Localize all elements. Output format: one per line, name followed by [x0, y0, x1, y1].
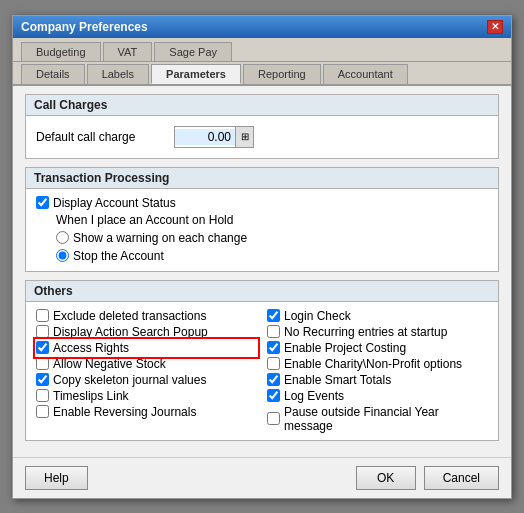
others-left-column: Exclude deleted transactions Display Act… — [36, 308, 257, 434]
display-account-status-row: Display Account Status — [36, 195, 488, 211]
allow-negative-stock-checkbox[interactable] — [36, 357, 49, 370]
call-charges-body: Default call charge ⊞ — [26, 116, 498, 158]
no-recurring-label: No Recurring entries at startup — [284, 325, 447, 339]
transaction-processing-header: Transaction Processing — [26, 168, 498, 189]
tab-details[interactable]: Details — [21, 64, 85, 84]
login-check-checkbox[interactable] — [267, 309, 280, 322]
call-charge-input[interactable] — [175, 129, 235, 145]
copy-skeleton-label: Copy skeleton journal values — [53, 373, 206, 387]
others-right-column: Login Check No Recurring entries at star… — [267, 308, 488, 434]
enable-charity-checkbox[interactable] — [267, 357, 280, 370]
copy-skeleton-row: Copy skeleton journal values — [36, 372, 257, 388]
top-tab-row: Budgeting VAT Sage Pay — [13, 38, 511, 62]
display-action-search-checkbox[interactable] — [36, 325, 49, 338]
others-header: Others — [26, 281, 498, 302]
main-content: Call Charges Default call charge ⊞ Trans… — [13, 86, 511, 457]
display-account-status-label: Display Account Status — [53, 196, 176, 210]
transaction-processing-body: Display Account Status When I place an A… — [26, 189, 498, 271]
ok-button[interactable]: OK — [356, 466, 416, 490]
no-recurring-row: No Recurring entries at startup — [267, 324, 488, 340]
allow-negative-stock-label: Allow Negative Stock — [53, 357, 166, 371]
company-preferences-window: Company Preferences ✕ Budgeting VAT Sage… — [12, 15, 512, 499]
enable-reversing-checkbox[interactable] — [36, 405, 49, 418]
enable-charity-label: Enable Charity\Non-Profit options — [284, 357, 462, 371]
enable-reversing-row: Enable Reversing Journals — [36, 404, 257, 420]
exclude-deleted-checkbox[interactable] — [36, 309, 49, 322]
bottom-bar: Help OK Cancel — [13, 457, 511, 498]
tab-sage-pay[interactable]: Sage Pay — [154, 42, 232, 61]
bottom-tab-row: Details Labels Parameters Reporting Acco… — [13, 62, 511, 86]
enable-project-label: Enable Project Costing — [284, 341, 406, 355]
enable-project-checkbox[interactable] — [267, 341, 280, 354]
timeslips-link-label: Timeslips Link — [53, 389, 129, 403]
display-action-search-row: Display Action Search Popup — [36, 324, 257, 340]
enable-project-row: Enable Project Costing — [267, 340, 488, 356]
enable-charity-row: Enable Charity\Non-Profit options — [267, 356, 488, 372]
log-events-checkbox[interactable] — [267, 389, 280, 402]
radio-stop-row: Stop the Account — [56, 247, 488, 265]
tab-reporting[interactable]: Reporting — [243, 64, 321, 84]
tab-vat[interactable]: VAT — [103, 42, 153, 61]
account-on-hold-label: When I place an Account on Hold — [36, 211, 488, 229]
log-events-row: Log Events — [267, 388, 488, 404]
display-action-search-label: Display Action Search Popup — [53, 325, 208, 339]
call-charges-section: Call Charges Default call charge ⊞ — [25, 94, 499, 159]
login-check-row: Login Check — [267, 308, 488, 324]
timeslips-link-row: Timeslips Link — [36, 388, 257, 404]
access-rights-checkbox[interactable] — [36, 341, 49, 354]
radio-warning-row: Show a warning on each change — [56, 229, 488, 247]
others-section: Others Exclude deleted transactions Disp… — [25, 280, 499, 441]
transaction-processing-section: Transaction Processing Display Account S… — [25, 167, 499, 272]
display-account-status-checkbox[interactable] — [36, 196, 49, 209]
help-button[interactable]: Help — [25, 466, 88, 490]
action-buttons: OK Cancel — [356, 466, 499, 490]
pause-outside-row: Pause outside Financial Year message — [267, 404, 488, 434]
window-title: Company Preferences — [21, 20, 148, 34]
access-rights-row: Access Rights — [36, 340, 257, 356]
timeslips-link-checkbox[interactable] — [36, 389, 49, 402]
tab-parameters[interactable]: Parameters — [151, 64, 241, 84]
copy-skeleton-checkbox[interactable] — [36, 373, 49, 386]
allow-negative-stock-row: Allow Negative Stock — [36, 356, 257, 372]
others-grid: Exclude deleted transactions Display Act… — [36, 308, 488, 434]
enable-smart-checkbox[interactable] — [267, 373, 280, 386]
no-recurring-checkbox[interactable] — [267, 325, 280, 338]
enable-reversing-label: Enable Reversing Journals — [53, 405, 196, 419]
close-button[interactable]: ✕ — [487, 20, 503, 34]
radio-stop[interactable] — [56, 249, 69, 262]
tab-budgeting[interactable]: Budgeting — [21, 42, 101, 61]
pause-outside-label: Pause outside Financial Year message — [284, 405, 488, 433]
exclude-deleted-label: Exclude deleted transactions — [53, 309, 206, 323]
tab-labels[interactable]: Labels — [87, 64, 149, 84]
tab-accountant[interactable]: Accountant — [323, 64, 408, 84]
pause-outside-checkbox[interactable] — [267, 412, 280, 425]
login-check-label: Login Check — [284, 309, 351, 323]
enable-smart-label: Enable Smart Totals — [284, 373, 391, 387]
enable-smart-row: Enable Smart Totals — [267, 372, 488, 388]
cancel-button[interactable]: Cancel — [424, 466, 499, 490]
radio-group: Show a warning on each change Stop the A… — [36, 229, 488, 265]
access-rights-label: Access Rights — [53, 341, 129, 355]
call-charges-header: Call Charges — [26, 95, 498, 116]
others-body: Exclude deleted transactions Display Act… — [26, 302, 498, 440]
radio-warning[interactable] — [56, 231, 69, 244]
radio-stop-label: Stop the Account — [73, 249, 164, 263]
title-bar: Company Preferences ✕ — [13, 16, 511, 38]
radio-warning-label: Show a warning on each change — [73, 231, 247, 245]
call-charge-input-group: ⊞ — [174, 126, 254, 148]
exclude-deleted-row: Exclude deleted transactions — [36, 308, 257, 324]
title-bar-buttons: ✕ — [487, 20, 503, 34]
calculator-icon[interactable]: ⊞ — [235, 127, 253, 147]
log-events-label: Log Events — [284, 389, 344, 403]
default-call-charge-row: Default call charge ⊞ — [36, 122, 488, 152]
call-charge-label: Default call charge — [36, 130, 166, 144]
